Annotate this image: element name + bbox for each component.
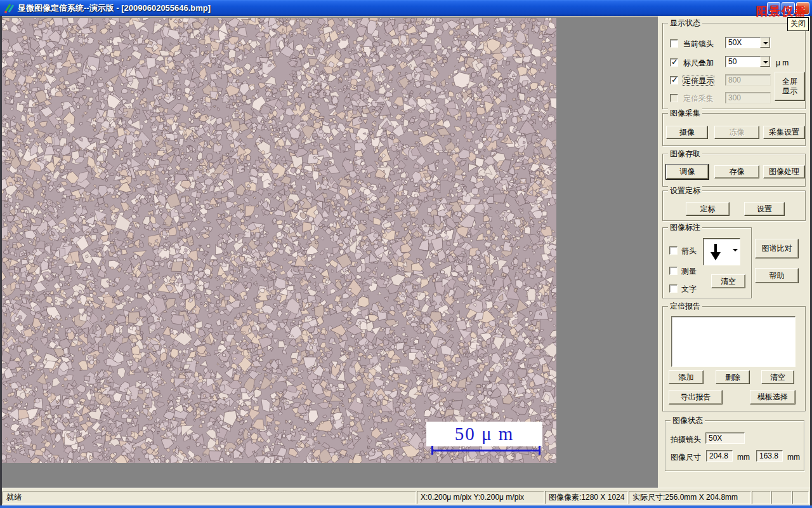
status-ready: 就绪 [3,491,416,504]
calibrate-button[interactable]: 定标 [686,202,730,216]
status-pane-empty-1 [752,491,771,504]
checkbox-arrow[interactable] [669,246,678,255]
checkbox-fixed-scale-capture [670,94,678,102]
label-text: 文字 [681,284,697,293]
group-display-status: 显示状态 当前镜头 50X 标尺叠加 50 μ m 定倍显示 800 定倍采集 … [662,23,806,109]
micrograph-canvas [2,18,556,463]
checkbox-scalebar-overlay[interactable] [670,58,678,67]
input-fixed-scale-capture: 300 [725,92,771,104]
status-resolution: X:0.200μ m/pix Y:0.200μ m/pix [417,491,544,504]
scalebar-line [431,450,540,451]
status-actual-size: 实际尺寸:256.0mm X 204.8mm [629,491,751,504]
report-add-button[interactable]: 添加 [669,370,704,384]
chevron-down-icon[interactable] [760,37,770,48]
group-image-status-title: 图像状态 [671,416,705,425]
window-border-bottom [0,505,812,508]
report-clear-button[interactable]: 清空 [761,370,794,384]
group-storage: 图像存取 调像 存像 图像处理 [662,154,806,187]
combo-current-lens[interactable]: 50X [725,37,771,48]
capture-settings-button[interactable]: 采集设置 [763,126,805,139]
checkbox-measure[interactable] [669,267,678,275]
label-shoot-lens: 拍摄镜头 [671,435,701,444]
combo-current-lens-value: 50X [728,39,742,47]
status-bar: 就绪 X:0.200μ m/pix Y:0.200μ m/pix 图像像素:12… [2,488,810,505]
field-shoot-lens: 50X [705,432,745,444]
freeze-button: 冻像 [714,126,759,139]
app-icon [4,3,15,13]
label-fixed-scale-capture: 定倍采集 [683,94,714,103]
status-pixels: 图像像素:1280 X 1024 [545,491,628,504]
image-client-area: 50 μ m [2,17,658,488]
atlas-compare-button[interactable]: 图谱比对 [755,239,799,258]
template-select-button[interactable]: 模板选择 [750,390,796,404]
checkbox-text[interactable] [669,284,678,293]
label-height-unit: mm [787,453,800,462]
label-arrow: 箭头 [681,246,697,255]
group-report: 定倍报告 添加 删除 清空 导出报告 模板选择 [662,306,806,411]
export-report-button[interactable]: 导出报告 [669,390,723,404]
scalebar-label: 50 μ m [455,424,514,444]
report-delete-button[interactable]: 删除 [716,370,750,384]
scalebar-overlay: 50 μ m [426,422,542,446]
label-image-size: 图像尺寸 [671,453,701,462]
annotation-clear-button[interactable]: 清空 [711,274,745,288]
group-capture: 图像采集 摄像 冻像 采集设置 [662,113,806,146]
help-button[interactable]: 帮助 [755,268,799,283]
field-image-height: 163.8 [756,450,783,462]
checkbox-fixed-scale-display[interactable] [670,76,678,84]
group-calibration: 设置定标 定标 设置 [662,190,806,221]
status-pane-empty-3 [792,491,809,504]
scalebar-tick-left [431,446,433,455]
fullscreen-button[interactable]: 全屏 显示 [775,72,805,101]
group-storage-title: 图像存取 [668,149,702,158]
control-panel: 显示状态 当前镜头 50X 标尺叠加 50 μ m 定倍显示 800 定倍采集 … [658,17,810,488]
load-image-button[interactable]: 调像 [666,164,709,179]
input-fixed-scale-display: 800 [725,74,771,86]
label-scalebar-overlay: 标尺叠加 [683,58,714,67]
group-annotation: 图像标注 箭头 测量 文字 清空 [662,227,752,298]
field-image-width: 204.8 [706,450,733,462]
checkbox-current-lens[interactable] [670,39,678,48]
group-annotation-title: 图像标注 [668,223,702,232]
down-arrow-icon [709,243,723,262]
label-um-unit: μ m [776,58,789,67]
window-title: 显微图像定倍系统--演示版 - [20090602055646.bmp] [18,0,211,16]
shoot-button[interactable]: 摄像 [666,126,708,139]
scalebar-tick-right [539,446,540,455]
title-bar: 显微图像定倍系统--演示版 - [20090602055646.bmp] × [0,0,812,16]
save-image-button[interactable]: 存像 [714,165,759,178]
group-image-status: 图像状态 拍摄镜头 50X 图像尺寸 204.8 mm 163.8 mm [665,420,804,471]
group-calibration-title: 设置定标 [668,186,702,195]
label-measure: 测量 [681,267,697,276]
micrograph-image [2,18,556,463]
label-fixed-scale-display: 定倍显示 [683,76,714,85]
group-report-title: 定倍报告 [668,302,702,311]
close-tooltip: 关闭 [787,17,809,31]
report-listbox[interactable] [671,316,796,367]
chevron-down-icon[interactable] [733,249,738,254]
group-capture-title: 图像采集 [668,109,702,117]
calibration-set-button[interactable]: 设置 [744,202,785,216]
label-width-unit: mm [737,453,750,462]
combo-scalebar-value-text: 50 [728,58,737,66]
combo-scalebar-value[interactable]: 50 [725,56,771,67]
status-pane-empty-2 [771,491,792,504]
label-current-lens: 当前镜头 [683,39,714,48]
fullscreen-button-line1: 全屏 [782,77,797,86]
arrow-style-combo[interactable] [703,238,740,265]
image-process-button[interactable]: 图像处理 [763,165,805,178]
group-display-status-title: 显示状态 [668,18,702,27]
fullscreen-button-line2: 显示 [782,86,797,96]
app-window: 显微图像定倍系统--演示版 - [20090602055646.bmp] × 阳… [0,0,812,508]
chevron-down-icon[interactable] [760,57,770,67]
